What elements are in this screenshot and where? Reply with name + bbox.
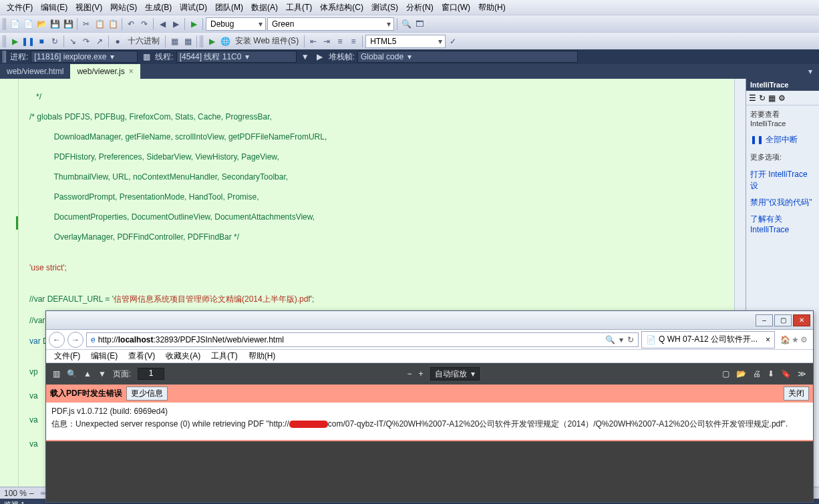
menu-file[interactable]: 文件(F) — [3, 1, 37, 15]
menu-debug[interactable]: 调试(D) — [176, 1, 211, 15]
props-icon[interactable]: 🗔 — [414, 18, 426, 30]
play2-icon[interactable]: ▶ — [206, 35, 218, 47]
bmenu-edit[interactable]: 编辑(E) — [86, 349, 123, 363]
outdent-icon[interactable]: ⇤ — [307, 35, 319, 47]
bmenu-file[interactable]: 文件(F) — [49, 349, 86, 363]
menu-analyze[interactable]: 分析(N) — [402, 1, 438, 15]
process-dropdown[interactable]: [11816] iexplore.exe▾ — [31, 51, 138, 63]
nav-fwd-icon[interactable]: ▶ — [170, 18, 182, 30]
breakpoint-icon[interactable]: ● — [112, 35, 124, 47]
bmenu-fav[interactable]: 收藏夹(A) — [160, 349, 206, 363]
flag-icon[interactable]: ▶ — [314, 51, 326, 63]
menu-site[interactable]: 网站(S) — [106, 1, 141, 15]
bookmark-icon[interactable]: 🔖 — [781, 369, 791, 379]
zoom-out-icon[interactable]: − — [407, 369, 412, 379]
zoom-dropdown[interactable]: 自动缩放▾ — [430, 367, 480, 381]
toolbar-grip[interactable] — [3, 51, 6, 63]
refresh-icon[interactable]: ↻ — [627, 335, 634, 344]
paste-icon[interactable]: 📋 — [107, 18, 119, 30]
indent-icon[interactable]: ⇥ — [321, 35, 333, 47]
tab-dropdown-icon[interactable]: ▾ — [802, 64, 819, 79]
continue-icon[interactable]: ▶ — [9, 35, 21, 47]
maximize-button[interactable]: ▢ — [774, 314, 792, 326]
presentation-icon[interactable]: ▢ — [722, 369, 729, 379]
bmenu-view[interactable]: 查看(V) — [123, 349, 160, 363]
menu-team[interactable]: 团队(M) — [211, 1, 247, 15]
platform-dropdown[interactable]: Green▾ — [267, 17, 394, 31]
pause-icon[interactable]: ❚❚ — [22, 35, 34, 47]
disable-jmc-link[interactable]: 禁用"仅我的代码" — [746, 194, 819, 211]
menu-build[interactable]: 生成(B) — [141, 1, 176, 15]
browser-titlebar[interactable]: – ▢ ✕ — [46, 311, 813, 330]
menu-help[interactable]: 帮助(H) — [474, 1, 510, 15]
gear-icon[interactable]: ⚙ — [778, 93, 786, 103]
refresh-icon[interactable]: ↻ — [759, 93, 766, 103]
menu-arch[interactable]: 体系结构(C) — [316, 1, 367, 15]
cut-icon[interactable]: ✂ — [80, 18, 92, 30]
bmenu-help[interactable]: 帮助(H) — [243, 349, 281, 363]
redo-icon[interactable]: ↷ — [138, 18, 150, 30]
list-icon[interactable]: ☰ — [749, 93, 756, 103]
thread-dropdown[interactable]: [4544] 线程 11C0▾ — [176, 51, 297, 63]
toolbar-grip[interactable] — [3, 18, 6, 30]
thread-icon[interactable]: ▦ — [140, 51, 152, 63]
back-button[interactable]: ← — [49, 332, 65, 348]
open-file-icon[interactable]: 📂 — [736, 369, 746, 379]
uncomment-icon[interactable]: ≡ — [347, 35, 359, 47]
install-web-label[interactable]: 安装 Web 组件(S) — [232, 35, 301, 47]
home-icon[interactable]: 🏠 — [780, 335, 790, 344]
hex-label[interactable]: 十六进制 — [125, 35, 162, 47]
open-settings-link[interactable]: 打开 IntelliTrace 设 — [746, 166, 819, 194]
start-icon[interactable]: ▶ — [188, 18, 200, 30]
menu-test[interactable]: 测试(S) — [367, 1, 402, 15]
find-icon[interactable]: 🔍 — [67, 369, 77, 379]
step-into-icon[interactable]: ↘ — [67, 35, 79, 47]
new-project-icon[interactable]: 📄 — [9, 18, 21, 30]
save-icon[interactable]: 💾 — [49, 18, 61, 30]
menu-tools[interactable]: 工具(T) — [282, 1, 316, 15]
toolbar-grip[interactable] — [3, 35, 6, 47]
comment-icon[interactable]: ≡ — [334, 35, 346, 47]
globe-icon[interactable]: 🌐 — [219, 35, 231, 47]
open-icon[interactable]: 📂 — [35, 18, 47, 30]
address-bar[interactable]: e http://localhost:32893/PDFJSInNet/web/… — [86, 332, 639, 347]
close-button[interactable]: ✕ — [793, 314, 810, 326]
close-tab-icon[interactable]: × — [766, 335, 770, 344]
sidebar-toggle-icon[interactable]: ▥ — [53, 369, 60, 379]
add-item-icon[interactable]: 📄 — [22, 18, 34, 30]
break-all-link[interactable]: ❚❚ 全部中断 — [746, 132, 819, 148]
pdf-viewport[interactable] — [46, 441, 813, 502]
favorites-icon[interactable]: ★ — [792, 335, 799, 344]
restart-icon[interactable]: ↻ — [49, 35, 61, 47]
window2-icon[interactable]: ▦ — [182, 35, 194, 47]
step-out-icon[interactable]: ↗ — [94, 35, 106, 47]
config-dropdown[interactable]: Debug▾ — [206, 17, 266, 31]
close-error-button[interactable]: 关闭 — [784, 387, 809, 401]
toolbar-grip[interactable] — [200, 35, 203, 47]
copy-icon[interactable]: 📋 — [94, 18, 106, 30]
minimize-button[interactable]: – — [756, 314, 773, 326]
undo-icon[interactable]: ↶ — [125, 18, 137, 30]
doctype-dropdown[interactable]: HTML5▾ — [365, 35, 446, 48]
prev-page-icon[interactable]: ▲ — [84, 369, 92, 379]
stackframe-dropdown[interactable]: Global code▾ — [357, 51, 578, 63]
page-icon[interactable]: ▦ — [768, 93, 776, 103]
print-icon[interactable]: 🖨 — [753, 369, 761, 379]
next-page-icon[interactable]: ▼ — [98, 369, 106, 379]
stop-icon[interactable]: ■ — [35, 35, 47, 47]
download-icon[interactable]: ⬇ — [768, 369, 774, 379]
less-info-button[interactable]: 更少信息 — [126, 387, 168, 401]
menu-window[interactable]: 窗口(W) — [438, 1, 474, 15]
forward-button[interactable]: → — [67, 332, 84, 348]
page-input[interactable]: 1 — [138, 368, 164, 380]
nav-back-icon[interactable]: ◀ — [156, 18, 168, 30]
tab-viewer-html[interactable]: web/viewer.html — [0, 64, 70, 79]
menu-edit[interactable]: 编辑(E) — [37, 1, 71, 15]
menu-view[interactable]: 视图(V) — [71, 1, 106, 15]
learn-link[interactable]: 了解有关 IntelliTrace — [746, 211, 819, 237]
tools-menu-icon[interactable]: ≫ — [798, 369, 806, 379]
tab-viewer-js[interactable]: web/viewer.js× — [70, 64, 140, 79]
zoom-in-icon[interactable]: + — [419, 369, 424, 379]
tools-icon[interactable]: ⚙ — [800, 335, 808, 344]
close-icon[interactable]: × — [129, 67, 134, 76]
